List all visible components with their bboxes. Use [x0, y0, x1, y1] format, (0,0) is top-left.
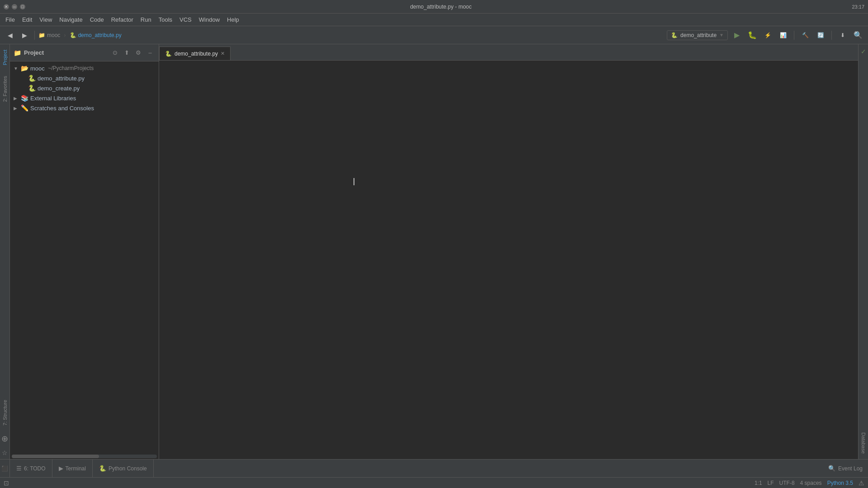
- bottom-resize-icon: ⬛: [1, 465, 8, 472]
- scratches-icon: ✏️: [21, 104, 28, 112]
- event-log-icon: 🔍: [828, 465, 835, 472]
- status-position[interactable]: 1:1: [755, 480, 762, 486]
- scope-button[interactable]: ⊙: [110, 48, 120, 58]
- menu-run[interactable]: Run: [137, 14, 155, 25]
- status-indent[interactable]: 4 spaces: [800, 480, 822, 486]
- sidebar-item-more[interactable]: ☆: [0, 446, 9, 459]
- toolbar-sep-1: [34, 31, 35, 40]
- status-icon: ⊡: [4, 479, 9, 487]
- bottom-left-icon: ⬛: [0, 460, 10, 477]
- status-left: ⊡: [4, 479, 9, 487]
- tree-label-mooc: mooc: [30, 65, 45, 72]
- tree-label-demo-create: demo_create.py: [38, 85, 80, 92]
- close-button[interactable]: ✕: [4, 4, 9, 9]
- right-sidebar-tabs: ✓ Database: [858, 44, 868, 459]
- tree-item-mooc[interactable]: ▼ 📂 mooc ~/PycharmProjects: [10, 63, 159, 73]
- menu-help[interactable]: Help: [223, 14, 243, 25]
- window-title: demo_attribute.py - mooc: [30, 4, 852, 10]
- tree-label-path: ~/PycharmProjects: [47, 65, 94, 71]
- status-bar: ⊡ 1:1 LF UTF-8 4 spaces Python 3.5 ⚠: [0, 477, 868, 488]
- terminal-icon: ▶: [59, 465, 63, 472]
- editor-tab-label: demo_attribute.py: [175, 51, 218, 57]
- project-panel-icons: ⊙ ⬆ ⚙ –: [110, 48, 155, 58]
- reload-button[interactable]: 🔄: [814, 29, 827, 42]
- menu-file[interactable]: File: [2, 14, 19, 25]
- main-area: Project 2: Favorites 7: Structure ⊕ ☆ 📁 …: [0, 44, 868, 459]
- search-everywhere-button[interactable]: 🔍: [852, 29, 864, 42]
- tab-todo[interactable]: ☰ 6: TODO: [10, 460, 52, 477]
- status-warning-icon: ⚠: [859, 479, 864, 487]
- sidebar-item-database[interactable]: Database: [859, 427, 868, 459]
- dropdown-arrow-icon: ▼: [719, 33, 724, 38]
- toolbar: ◀ ▶ 📁 mooc › 🐍 demo_attribute.py 🐍 demo_…: [0, 26, 868, 44]
- horizontal-scrollbar[interactable]: [12, 455, 157, 458]
- minimize-panel-button[interactable]: –: [145, 48, 155, 58]
- python-file-icon: 🐍: [28, 75, 36, 82]
- python-tab-icon: 🐍: [165, 51, 172, 57]
- menu-code[interactable]: Code: [86, 14, 108, 25]
- project-tree: ▼ 📂 mooc ~/PycharmProjects 🐍 demo_attrib…: [10, 61, 159, 454]
- tab-python-console-label: Python Console: [108, 465, 147, 472]
- menu-vcs[interactable]: VCS: [176, 14, 195, 25]
- sidebar-item-favorites[interactable]: 2: Favorites: [0, 70, 9, 107]
- left-sidebar-tabs: Project 2: Favorites 7: Structure ⊕ ☆: [0, 44, 10, 459]
- build-button[interactable]: 🔨: [799, 29, 811, 42]
- folder-icon: 📁: [14, 49, 21, 56]
- event-log-label[interactable]: Event Log: [838, 465, 863, 472]
- settings-button[interactable]: ⚙: [133, 48, 143, 58]
- toolbar-sep-3: [831, 31, 832, 40]
- toolbar-back-btn[interactable]: ◀: [4, 29, 16, 42]
- sidebar-item-project[interactable]: Project: [0, 44, 9, 70]
- tree-item-external-libs[interactable]: ▶ 📚 External Libraries: [10, 93, 159, 103]
- python-console-icon: 🐍: [99, 465, 106, 472]
- vcs-update-button[interactable]: ⬇: [836, 29, 849, 42]
- menu-navigate[interactable]: Navigate: [56, 14, 86, 25]
- project-panel-header: 📁 Project ⊙ ⬆ ⚙ –: [10, 44, 159, 61]
- coverage-button[interactable]: ⚡: [761, 29, 774, 42]
- run-config-icon: 🐍: [671, 32, 678, 38]
- menu-edit[interactable]: Edit: [19, 14, 36, 25]
- run-button[interactable]: ▶: [731, 29, 743, 42]
- run-config-name: demo_attribute: [680, 32, 717, 38]
- tree-item-demo-attribute[interactable]: 🐍 demo_attribute.py: [10, 73, 159, 83]
- bottom-right: 🔍 Event Log: [828, 465, 868, 472]
- toolbar-forward-btn[interactable]: ▶: [18, 29, 31, 42]
- editor-area: 🐍 demo_attribute.py ✕: [159, 44, 858, 459]
- editor-content[interactable]: [159, 61, 858, 459]
- menu-refactor[interactable]: Refactor: [108, 14, 137, 25]
- minimize-button[interactable]: ─: [12, 4, 17, 9]
- expand-arrow-icon: ▶: [14, 96, 19, 101]
- debug-button[interactable]: 🐛: [746, 29, 759, 42]
- maximize-button[interactable]: □: [20, 4, 25, 9]
- status-linesep[interactable]: LF: [768, 480, 774, 486]
- menu-view[interactable]: View: [36, 14, 56, 25]
- run-configuration[interactable]: 🐍 demo_attribute ▼: [667, 30, 728, 40]
- library-icon: 📚: [21, 94, 28, 102]
- close-tab-button[interactable]: ✕: [221, 51, 225, 56]
- collapse-arrow-icon: ▼: [14, 66, 19, 71]
- folder-icon: 📁: [38, 32, 45, 38]
- status-python-version[interactable]: Python 3.5: [827, 480, 853, 486]
- title-bar-right: 23:17: [852, 4, 864, 9]
- collapse-all-button[interactable]: ⬆: [122, 48, 132, 58]
- tab-terminal[interactable]: ▶ Terminal: [52, 460, 93, 477]
- profile-button[interactable]: 📊: [777, 29, 789, 42]
- tree-item-demo-create[interactable]: 🐍 demo_create.py: [10, 83, 159, 93]
- window-controls[interactable]: ✕ ─ □: [4, 4, 25, 9]
- toolbar-project-name: 📁 mooc: [38, 32, 60, 38]
- menu-window[interactable]: Window: [195, 14, 223, 25]
- editor-tab-demo-attribute[interactable]: 🐍 demo_attribute.py ✕: [159, 47, 231, 60]
- tab-todo-label: 6: TODO: [24, 465, 46, 472]
- tree-item-scratches[interactable]: ▶ ✏️ Scratches and Consoles: [10, 103, 159, 113]
- tab-python-console[interactable]: 🐍 Python Console: [93, 460, 154, 477]
- sidebar-item-extra[interactable]: ⊕: [0, 431, 10, 446]
- project-panel-title: Project: [24, 49, 44, 56]
- status-right: 1:1 LF UTF-8 4 spaces Python 3.5 ⚠: [755, 479, 864, 487]
- menu-tools[interactable]: Tools: [155, 14, 176, 25]
- status-encoding[interactable]: UTF-8: [779, 480, 795, 486]
- python-file-icon: 🐍: [70, 32, 76, 38]
- sidebar-item-structure[interactable]: 7: Structure: [0, 394, 9, 431]
- tree-label-external-libs: External Libraries: [30, 95, 76, 102]
- python-file-icon-2: 🐍: [28, 84, 36, 92]
- bottom-tabs: ☰ 6: TODO ▶ Terminal 🐍 Python Console: [10, 460, 154, 477]
